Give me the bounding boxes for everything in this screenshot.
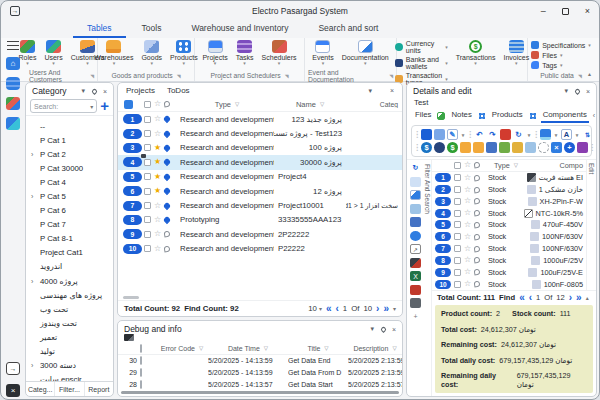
currency-icon[interactable]: $ [421, 142, 432, 153]
project-row[interactable]: 7 Research and development Project10001 … [118, 198, 402, 212]
warehouse-icon[interactable] [460, 142, 471, 153]
star-icon[interactable] [464, 174, 471, 182]
pin-icon[interactable] [164, 231, 171, 238]
project-row[interactable]: 9 Research and development 2P22222 [118, 227, 402, 241]
project-row[interactable]: 8 Prototyping 33335555AAA123 [118, 213, 402, 227]
goods-button[interactable]: Goods▾ [139, 40, 164, 70]
star-icon[interactable] [464, 245, 471, 253]
row-checkbox[interactable] [454, 210, 461, 217]
edit-icon[interactable]: ✎ [447, 129, 458, 140]
tab-notes[interactable]: Notes [449, 109, 473, 123]
tab-search-sort[interactable]: Search and sort [304, 21, 392, 38]
group-expander-icon[interactable]: ◥ [90, 73, 94, 79]
next-page-button[interactable]: › [376, 305, 379, 313]
footer-tab-filter[interactable]: Filter... [54, 382, 83, 396]
chart-icon[interactable] [410, 217, 421, 227]
tab-components[interactable]: Components [541, 109, 589, 123]
star-icon[interactable] [154, 202, 161, 210]
edit-side-tab[interactable]: Edit [586, 160, 596, 290]
tasks-button[interactable]: Tasks▾ [234, 40, 256, 70]
files-button[interactable]: Files▾ [531, 51, 591, 59]
column-type[interactable]: Type [494, 161, 510, 170]
save-icon[interactable] [421, 129, 432, 140]
footer-tab-category[interactable]: Categ... [26, 382, 54, 396]
cost-icon[interactable] [512, 142, 523, 153]
row-checkbox[interactable] [140, 380, 142, 389]
column-description[interactable]: Description [353, 345, 388, 352]
component-row[interactable]: 4 Stock NTC-10kR-5% [432, 207, 586, 219]
first-page-button[interactable]: « [519, 294, 525, 302]
row-checkbox[interactable] [454, 281, 461, 288]
star-icon[interactable] [154, 130, 161, 138]
first-page-button[interactable]: « [326, 305, 332, 313]
excel-export-icon[interactable]: X [410, 271, 421, 281]
component-row[interactable]: 2 Stock خازن مشکی 1 [432, 184, 586, 196]
column-name[interactable]: Name [296, 100, 316, 109]
close-panel-icon[interactable]: × [103, 88, 107, 95]
row-checkbox[interactable] [454, 233, 461, 240]
users-button[interactable]: Users▾ [42, 40, 64, 70]
category-tree-item[interactable]: › پروژه های مهندسی [31, 288, 113, 302]
pin-icon[interactable] [163, 216, 171, 224]
project-row[interactable]: 6 Research and development پروژه 12 [118, 184, 402, 198]
pin-icon[interactable] [474, 210, 481, 217]
star-header-icon[interactable] [464, 161, 471, 169]
warehouse2-icon[interactable] [473, 142, 484, 153]
component-row[interactable]: 3 Stock XH-2Pin-F-W [432, 195, 586, 207]
filter-search-side-tab[interactable]: Filter And Search [424, 160, 431, 396]
expand-icon[interactable]: › [31, 151, 38, 158]
expand-icon[interactable]: › [31, 278, 38, 285]
row-checkbox[interactable] [454, 174, 461, 181]
select-all-checkbox[interactable] [144, 101, 151, 108]
history-icon[interactable] [513, 129, 524, 140]
row-checkbox[interactable] [454, 186, 461, 193]
maximize-button[interactable] [562, 8, 569, 15]
row-checkbox[interactable] [454, 221, 461, 228]
select-all-checkbox[interactable] [454, 162, 461, 169]
tab-warehouse-inventory[interactable]: Warehouse and Inventory [177, 21, 302, 38]
category-tree-item[interactable]: › اندروید [31, 260, 113, 274]
row-checkbox[interactable] [144, 159, 151, 166]
tab-tools[interactable]: Tools [128, 21, 176, 38]
tab-tables[interactable]: Tables [73, 21, 126, 38]
component-row[interactable]: 8 Stock 1000uF/25V [432, 255, 586, 267]
row-checkbox[interactable] [144, 116, 151, 123]
project-row[interactable]: 2 Research and development Test123 - پرو… [118, 126, 402, 140]
pin-icon[interactable] [474, 174, 481, 181]
star-icon[interactable] [464, 233, 471, 241]
project-row[interactable]: 1 Research and development پروژه جدید 12… [118, 112, 402, 126]
minimize-button[interactable]: – [541, 6, 546, 16]
row-checkbox[interactable] [454, 198, 461, 205]
category-tree-item[interactable]: › تعمیر [31, 330, 113, 344]
column-chart-icon[interactable] [499, 142, 510, 153]
group-expander-icon[interactable]: ◥ [177, 73, 181, 79]
component-row[interactable]: 5 Stock 470uF-450V [432, 219, 586, 231]
horizontal-scrollbar[interactable] [121, 391, 399, 394]
filter-icon[interactable] [320, 101, 324, 107]
row-checkbox[interactable] [454, 257, 461, 264]
star-icon[interactable] [154, 115, 161, 123]
pin-icon[interactable] [474, 245, 481, 252]
document-icon[interactable] [525, 142, 536, 153]
pin-icon[interactable] [91, 87, 98, 94]
column-date-time[interactable]: Date Time [228, 345, 260, 352]
redo-icon[interactable] [487, 129, 498, 140]
log-row[interactable]: 29 5/20/2025 - 14:13:59 Get Data From D … [118, 366, 402, 378]
pin-icon[interactable] [474, 269, 481, 276]
search-input[interactable]: Search:▾ [30, 99, 97, 113]
row-checkbox[interactable] [144, 130, 151, 137]
project-row[interactable]: 4 Research and development پروژه 30000 [118, 155, 402, 169]
pin-icon[interactable] [163, 173, 171, 181]
delete-icon[interactable] [500, 129, 511, 140]
logout-icon[interactable]: → [6, 362, 20, 375]
invoices-button[interactable]: Invoices▾ [501, 40, 531, 86]
footer-tab-report[interactable]: Report [84, 382, 113, 396]
schedulers-button[interactable]: Schedulers▾ [260, 40, 299, 70]
image-icon[interactable] [410, 204, 421, 214]
coin-icon[interactable]: $ [447, 142, 458, 153]
close-button[interactable]: × [585, 6, 590, 16]
grid-options-icon[interactable] [124, 100, 133, 109]
column-type[interactable]: Type [215, 100, 231, 109]
pin-icon[interactable] [164, 245, 171, 252]
close-panel-icon[interactable]: × [392, 326, 396, 333]
